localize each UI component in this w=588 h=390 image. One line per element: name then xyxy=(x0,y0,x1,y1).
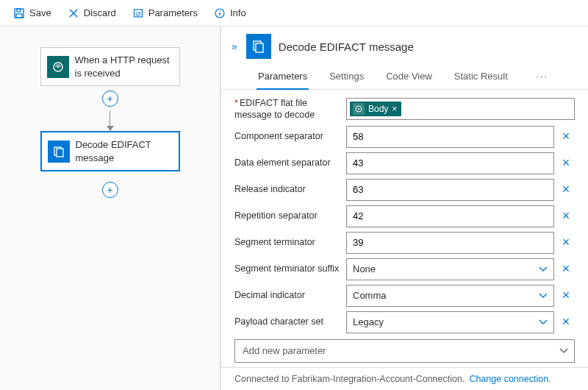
row-edifact-flat-file: *EDIFACT flat file message to decode Bod… xyxy=(234,97,575,121)
info-button[interactable]: Info xyxy=(207,4,254,22)
action-node[interactable]: Decode EDIFACT message xyxy=(40,131,180,171)
connection-status: Connected to Fabrikam-Integration-Accoun… xyxy=(234,374,465,384)
input-component-separator[interactable] xyxy=(346,126,554,148)
svg-point-18 xyxy=(358,108,359,110)
label-release-indicator: Release indicator xyxy=(234,183,343,195)
row-segment-terminator: Segment terminator × xyxy=(234,232,575,254)
input-edifact-flat-file[interactable]: Body × xyxy=(346,98,575,120)
connector: + xyxy=(102,86,118,131)
discard-icon xyxy=(68,7,79,19)
input-data-element-separator[interactable] xyxy=(346,152,554,174)
svg-rect-16 xyxy=(256,43,263,52)
add-parameter-dropdown[interactable]: Add new parameter xyxy=(234,339,575,363)
clear-release-indicator[interactable]: × xyxy=(557,182,575,197)
input-release-indicator[interactable] xyxy=(346,179,554,201)
parameters-label: Parameters xyxy=(148,7,198,18)
info-icon xyxy=(214,7,226,19)
chevron-down-icon xyxy=(559,345,568,356)
tab-code-view[interactable]: Code View xyxy=(384,65,434,89)
arrow-down-icon xyxy=(107,126,114,131)
clear-segment-terminator[interactable]: × xyxy=(557,235,575,250)
discard-button[interactable]: Discard xyxy=(60,4,123,22)
add-step-button-top[interactable]: + xyxy=(102,91,118,107)
label-edifact-flat-file: *EDIFACT flat file message to decode xyxy=(234,97,343,121)
action-panel: » Decode EDIFACT message Parameters Sett… xyxy=(220,26,588,390)
toolbar: Save Discard @ Parameters Info xyxy=(0,0,588,26)
clear-payload-character-set[interactable]: × xyxy=(557,314,575,330)
http-trigger-icon xyxy=(47,56,69,78)
collapse-panel-button[interactable]: » xyxy=(232,40,237,52)
clear-component-separator[interactable]: × xyxy=(557,129,575,144)
clear-segment-terminator-suffix[interactable]: × xyxy=(557,261,575,277)
svg-marker-12 xyxy=(107,126,114,131)
token-body-icon xyxy=(353,103,365,115)
tab-parameters[interactable]: Parameters xyxy=(257,65,309,89)
parameters-form: *EDIFACT flat file message to decode Bod… xyxy=(221,90,588,367)
row-release-indicator: Release indicator × xyxy=(234,179,575,201)
svg-text:@: @ xyxy=(135,10,141,17)
label-payload-character-set: Payload character set xyxy=(234,316,343,327)
panel-tabs: Parameters Settings Code View Static Res… xyxy=(221,65,588,90)
chevron-down-icon xyxy=(539,316,548,327)
select-decimal-indicator[interactable]: Comma xyxy=(346,285,554,307)
tab-settings[interactable]: Settings xyxy=(328,65,365,89)
tab-static-result[interactable]: Static Result xyxy=(453,65,509,89)
parameters-button[interactable]: @ Parameters xyxy=(125,4,205,22)
chevron-down-icon xyxy=(539,290,548,301)
row-component-separator: Component separator × xyxy=(234,126,575,148)
token-body-label: Body xyxy=(368,104,388,114)
label-segment-terminator-suffix: Segment terminator suffix xyxy=(234,263,343,274)
action-node-title: Decode EDIFACT message xyxy=(76,138,173,164)
panel-title: Decode EDIFACT message xyxy=(279,40,414,53)
designer-canvas[interactable]: When a HTTP request is received + Decode… xyxy=(0,26,220,390)
label-segment-terminator: Segment terminator xyxy=(234,236,343,248)
token-body-remove[interactable]: × xyxy=(392,104,397,114)
decode-edifact-icon xyxy=(48,141,70,163)
row-segment-terminator-suffix: Segment terminator suffix None × xyxy=(234,258,575,280)
tab-overflow-button[interactable]: ··· xyxy=(531,65,553,89)
clear-decimal-indicator[interactable]: × xyxy=(557,288,575,303)
select-segment-terminator-suffix[interactable]: None xyxy=(346,258,554,280)
label-decimal-indicator: Decimal indicator xyxy=(234,289,343,301)
panel-footer: Connected to Fabrikam-Integration-Accoun… xyxy=(221,367,588,390)
save-icon xyxy=(13,7,25,19)
info-label: Info xyxy=(230,7,246,18)
svg-point-11 xyxy=(57,65,59,68)
save-label: Save xyxy=(29,7,51,18)
input-segment-terminator[interactable] xyxy=(346,232,554,254)
svg-rect-1 xyxy=(17,9,21,12)
row-repetition-separator: Repetition separator × xyxy=(234,205,575,227)
discard-label: Discard xyxy=(84,7,116,18)
row-payload-character-set: Payload character set Legacy × xyxy=(234,311,575,333)
svg-rect-14 xyxy=(57,149,63,157)
change-connection-link[interactable]: Change connection. xyxy=(469,374,551,384)
token-body[interactable]: Body × xyxy=(350,102,401,116)
label-data-element-separator: Data element separator xyxy=(234,157,343,169)
clear-data-element-separator[interactable]: × xyxy=(557,155,575,171)
add-step-button-bottom[interactable]: + xyxy=(102,182,118,198)
save-button[interactable]: Save xyxy=(6,4,59,22)
parameters-icon: @ xyxy=(132,7,144,19)
row-decimal-indicator: Decimal indicator Comma × xyxy=(234,285,575,307)
trigger-node-title: When a HTTP request is received xyxy=(75,54,173,79)
row-data-element-separator: Data element separator × xyxy=(234,152,575,174)
chevron-down-icon xyxy=(539,263,548,274)
panel-header: » Decode EDIFACT message xyxy=(221,26,588,65)
panel-title-icon xyxy=(246,34,271,59)
clear-repetition-separator[interactable]: × xyxy=(557,208,575,224)
label-repetition-separator: Repetition separator xyxy=(234,210,343,221)
svg-rect-2 xyxy=(16,14,22,18)
label-component-separator: Component separator xyxy=(234,130,343,142)
input-repetition-separator[interactable] xyxy=(346,205,554,227)
svg-point-9 xyxy=(219,10,220,12)
select-payload-character-set[interactable]: Legacy xyxy=(346,311,554,333)
trigger-node[interactable]: When a HTTP request is received xyxy=(40,47,180,86)
